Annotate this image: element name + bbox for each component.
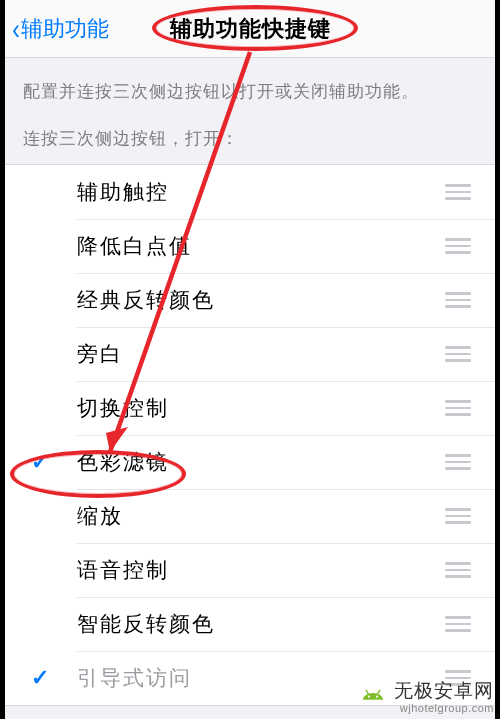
list-item-label: 旁白 [77, 340, 445, 368]
reorder-handle-icon[interactable] [445, 670, 471, 686]
list-item[interactable]: 旁白 [5, 327, 495, 381]
reorder-handle-icon[interactable] [445, 400, 471, 416]
list-item[interactable]: ✓引导式访问 [5, 651, 495, 705]
list-item[interactable]: 降低白点值 [5, 219, 495, 273]
list-item-label: 经典反转颜色 [77, 286, 445, 314]
list-item[interactable]: 智能反转颜色 [5, 597, 495, 651]
list-item[interactable]: 缩放 [5, 489, 495, 543]
list-item-label: 语音控制 [77, 556, 445, 584]
back-button[interactable]: ‹ 辅助功能 [11, 0, 109, 57]
reorder-handle-icon[interactable] [445, 238, 471, 254]
list-item-label: 引导式访问 [77, 664, 445, 692]
list-item[interactable]: 切换控制 [5, 381, 495, 435]
checkmark-icon: ✓ [31, 449, 77, 475]
list-item[interactable]: 语音控制 [5, 543, 495, 597]
list-item[interactable]: 经典反转颜色 [5, 273, 495, 327]
list-item-label: 色彩滤镜 [77, 448, 445, 476]
reorder-handle-icon[interactable] [445, 346, 471, 362]
list-item[interactable]: ✓色彩滤镜 [5, 435, 495, 489]
reorder-handle-icon[interactable] [445, 616, 471, 632]
chevron-left-icon: ‹ [12, 12, 20, 46]
shortcut-list: 辅助触控降低白点值经典反转颜色旁白切换控制✓色彩滤镜缩放语音控制智能反转颜色✓引… [5, 164, 495, 706]
list-item-label: 缩放 [77, 502, 445, 530]
reorder-handle-icon[interactable] [445, 184, 471, 200]
section-description: 配置并连按三次侧边按钮以打开或关闭辅助功能。 连按三次侧边按钮，打开： [5, 58, 495, 164]
reorder-handle-icon[interactable] [445, 508, 471, 524]
intro-line-1: 配置并连按三次侧边按钮以打开或关闭辅助功能。 [23, 80, 477, 103]
list-item-label: 降低白点值 [77, 232, 445, 260]
navbar: ‹ 辅助功能 辅助功能快捷键 [5, 0, 495, 58]
settings-screen: ‹ 辅助功能 辅助功能快捷键 配置并连按三次侧边按钮以打开或关闭辅助功能。 连按… [5, 0, 495, 719]
checkmark-icon: ✓ [31, 665, 77, 691]
back-label: 辅助功能 [21, 14, 109, 44]
reorder-handle-icon[interactable] [445, 454, 471, 470]
list-item-label: 辅助触控 [77, 178, 445, 206]
list-item[interactable]: 辅助触控 [5, 165, 495, 219]
reorder-handle-icon[interactable] [445, 292, 471, 308]
page-title: 辅助功能快捷键 [170, 14, 331, 44]
list-item-label: 切换控制 [77, 394, 445, 422]
list-item-label: 智能反转颜色 [77, 610, 445, 638]
reorder-handle-icon[interactable] [445, 562, 471, 578]
intro-line-2: 连按三次侧边按钮，打开： [23, 127, 477, 150]
